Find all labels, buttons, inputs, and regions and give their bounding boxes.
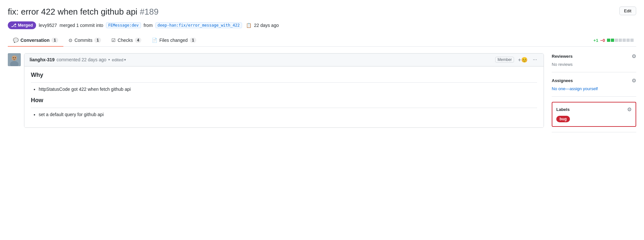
tab-commits-label: Commits — [74, 38, 92, 43]
comment-author-info: lianghx-319 commented 22 days ago • edit… — [30, 57, 126, 62]
bullet-separator: • — [108, 57, 110, 62]
how-heading: How — [31, 97, 537, 104]
reviewers-gear-icon[interactable]: ⚙ — [632, 53, 636, 59]
from-text: from — [144, 23, 153, 28]
how-item-1: set a default query for github api — [39, 112, 104, 117]
comment-body: Why httpStatusCode got 422 when fetch gi… — [24, 66, 544, 127]
comment-header-actions: Member +😊 ··· — [495, 56, 538, 64]
assign-yourself-link[interactable]: No one—assign yourself — [552, 86, 598, 91]
sidebar: Reviewers ⚙ No reviews Assignees ⚙ No on… — [552, 53, 636, 132]
page-header: fix: error 422 when fetch github api #18… — [8, 6, 636, 18]
sidebar-labels-section: Labels ⚙ bug — [552, 97, 636, 132]
pr-action-text: merged 1 commit into — [59, 23, 103, 28]
assignees-value: No one—assign yourself — [552, 86, 636, 91]
diff-bar-sq6 — [626, 39, 630, 42]
diff-bar-sq7 — [630, 39, 634, 42]
diff-bar-sq4 — [619, 39, 622, 42]
labels-title: Labels — [556, 107, 570, 112]
files-icon: 📄 — [152, 38, 157, 43]
pr-title-text: fix: error 422 when fetch github api — [8, 7, 137, 17]
merged-badge: ⎇ Merged — [8, 21, 36, 29]
sidebar-reviewers-section: Reviewers ⚙ No reviews — [552, 53, 636, 72]
comment-meta: commented 22 days ago — [57, 57, 106, 62]
conversation-icon: 💬 — [13, 38, 19, 43]
pr-time: 22 days ago — [254, 23, 279, 28]
diff-additions: +1 — [593, 38, 598, 43]
assignees-gear-icon[interactable]: ⚙ — [632, 78, 636, 84]
edited-label: edited — [112, 57, 123, 62]
list-item: set a default query for github api — [39, 112, 537, 117]
diff-bar — [607, 39, 634, 42]
base-branch[interactable]: FEMessage:dev — [106, 22, 141, 28]
pr-author: levy9527 — [39, 23, 57, 28]
why-list: httpStatusCode got 422 when fetch github… — [39, 87, 537, 92]
member-badge: Member — [495, 57, 514, 63]
checks-icon: ☑ — [111, 38, 116, 43]
labels-box: Labels ⚙ bug — [552, 102, 636, 127]
diff-bar-sq2 — [611, 39, 614, 42]
conversation-area: lianghx-319 commented 22 days ago • edit… — [8, 53, 544, 132]
tabs-row: 💬 Conversation 1 ⊙ Commits 1 ☑ Checks 4 … — [8, 34, 636, 47]
more-options-button[interactable]: ··· — [532, 56, 538, 63]
comment-box: lianghx-319 commented 22 days ago • edit… — [24, 53, 544, 128]
labels-gear-icon[interactable]: ⚙ — [627, 106, 632, 113]
merged-label: Merged — [18, 23, 33, 28]
diff-stats: +1 −0 — [593, 38, 636, 43]
emoji-react-button[interactable]: +😊 — [517, 56, 529, 64]
comment-wrapper: lianghx-319 commented 22 days ago • edit… — [8, 53, 544, 128]
chevron-down-icon: ▾ — [124, 58, 126, 62]
divider-2 — [31, 108, 537, 108]
why-item-1: httpStatusCode got 422 when fetch github… — [39, 87, 131, 92]
diff-bar-sq3 — [615, 39, 618, 42]
pr-title: fix: error 422 when fetch github api #18… — [8, 6, 159, 18]
tab-conversation-label: Conversation — [20, 38, 49, 43]
merge-icon: ⎇ — [11, 23, 16, 28]
avatar — [8, 53, 21, 66]
avatar-image — [8, 53, 21, 66]
reviewers-header: Reviewers ⚙ — [552, 53, 636, 59]
comment-header: lianghx-319 commented 22 days ago • edit… — [24, 54, 544, 66]
svg-point-3 — [13, 57, 14, 58]
labels-list: bug — [556, 116, 632, 122]
tabs-list: 💬 Conversation 1 ⊙ Commits 1 ☑ Checks 4 … — [8, 34, 201, 46]
tab-commits[interactable]: ⊙ Commits 1 — [63, 34, 106, 47]
copy-branch-icon[interactable]: 📋 — [246, 23, 251, 28]
list-item: httpStatusCode got 422 when fetch github… — [39, 87, 537, 92]
tab-conversation-count: 1 — [51, 38, 58, 43]
tab-checks-count: 4 — [135, 38, 142, 43]
diff-deletions: −0 — [600, 38, 605, 43]
edited-dropdown[interactable]: edited ▾ — [112, 57, 126, 62]
pr-meta: ⎇ Merged levy9527 merged 1 commit into F… — [8, 21, 636, 29]
how-list: set a default query for github api — [39, 112, 537, 117]
diff-bar-sq1 — [607, 39, 610, 42]
why-heading: Why — [31, 72, 537, 78]
assignees-header: Assignees ⚙ — [552, 78, 636, 84]
comment-author[interactable]: lianghx-319 — [30, 57, 55, 62]
tab-checks-label: Checks — [118, 38, 133, 43]
reviewers-title: Reviewers — [552, 54, 573, 59]
divider-1 — [31, 82, 537, 83]
tab-files-count: 1 — [190, 38, 197, 43]
reviewers-value: No reviews — [552, 62, 636, 67]
pr-number: #189 — [140, 7, 159, 17]
edit-button[interactable]: Edit — [619, 6, 636, 15]
commits-icon: ⊙ — [69, 38, 72, 43]
tab-checks[interactable]: ☑ Checks 4 — [106, 34, 147, 47]
main-layout: lianghx-319 commented 22 days ago • edit… — [8, 53, 636, 132]
bug-label[interactable]: bug — [556, 116, 570, 122]
tab-conversation[interactable]: 💬 Conversation 1 — [8, 34, 63, 47]
diff-bar-sq5 — [623, 39, 626, 42]
svg-point-4 — [15, 57, 16, 58]
head-branch[interactable]: deep-han:fix/error_message_with_422 — [155, 22, 242, 28]
tab-commits-count: 1 — [94, 38, 101, 43]
labels-header: Labels ⚙ — [556, 106, 632, 113]
tab-files-label: Files changed — [159, 38, 187, 43]
sidebar-assignees-section: Assignees ⚙ No one—assign yourself — [552, 72, 636, 97]
tab-files-changed[interactable]: 📄 Files changed 1 — [147, 34, 201, 47]
assignees-title: Assignees — [552, 78, 573, 83]
